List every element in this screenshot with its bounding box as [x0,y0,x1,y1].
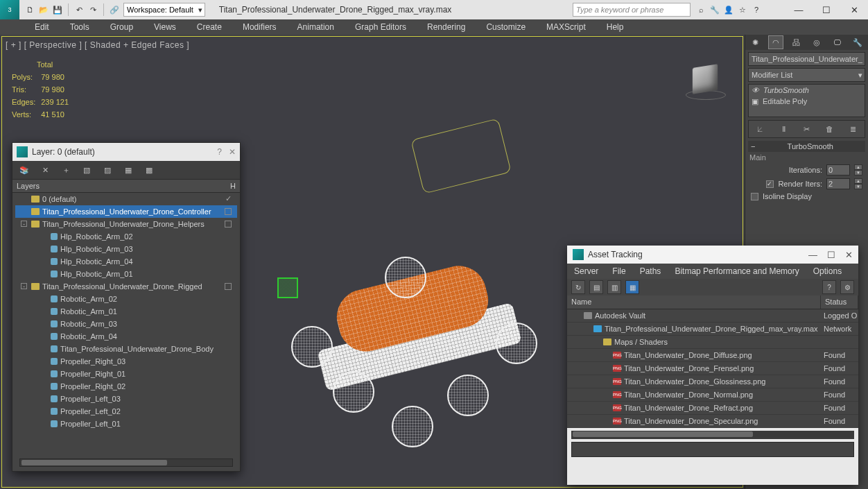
menu-modifiers[interactable]: Modifiers [243,22,277,32]
menu-rendering[interactable]: Rendering [427,22,465,32]
menu-animation[interactable]: Animation [297,22,334,32]
pin-stack-icon[interactable]: ⟀ [754,123,767,135]
asset-view2-icon[interactable]: ▥ [607,280,621,294]
search-input[interactable]: Type a keyword or phrase [573,3,691,17]
menu-customize[interactable]: Customize [486,22,526,32]
freeze-layer-icon[interactable]: ▩ [143,164,155,176]
window-close[interactable]: ✕ [840,1,868,18]
asset-menu-paths[interactable]: Paths [640,266,661,276]
modifier-stack[interactable]: 👁TurboSmooth▣Editable Poly [748,84,865,117]
drone-model[interactable] [291,257,548,451]
asset-window-titlebar[interactable]: Asset Tracking — ☐ ✕ [567,246,858,264]
modifier-turbosmooth[interactable]: 👁TurboSmooth [749,85,865,96]
layer-window-titlebar[interactable]: Layer: 0 (default) ? ✕ [12,143,240,161]
viewcube[interactable] [686,62,724,101]
asset-window-minimize[interactable]: — [808,250,817,260]
search-icon[interactable]: ⌕ [695,3,707,16]
asset-menu-bitmap-performance-and-memory[interactable]: Bitmap Performance and Memory [675,266,799,276]
hierarchy-tab-icon[interactable]: 品 [789,35,804,49]
object-row[interactable]: Titan_Professional_Underwater_Drone_Body [15,343,237,355]
new-file-icon[interactable]: 🗋 [24,3,36,16]
display-tab-icon[interactable]: 🖵 [830,35,845,49]
star-icon[interactable]: ☆ [736,3,749,16]
asset-window-maximize[interactable]: ☐ [827,250,835,260]
menu-graph-editors[interactable]: Graph Editors [355,22,406,32]
object-row[interactable]: Hlp_Robotic_Arm_02 [15,230,237,243]
menu-edit[interactable]: Edit [35,22,49,32]
render-iters-checkbox[interactable] [766,180,774,188]
layer-window[interactable]: Layer: 0 (default) ? ✕ 📚 ✕ ＋ ▧ ▨ ▦ ▩ Lay… [12,142,241,472]
object-row[interactable]: Propeller_Left_02 [15,405,237,418]
window-maximize[interactable]: ☐ [813,1,840,18]
rollout-header[interactable]: −TurboSmooth [748,141,865,152]
delete-layer-icon[interactable]: ✕ [39,164,51,176]
layer-window-help-icon[interactable]: ? [217,147,222,157]
asset-grid-body[interactable]: Autodesk VaultLogged OTitan_Professional… [567,309,858,428]
iterations-spinner[interactable]: ▲▼ [854,164,862,175]
menu-views[interactable]: Views [154,22,176,32]
asset-row[interactable]: PNGTitan_Underwater_Drone_Refract.pngFou… [567,402,858,415]
asset-status-bar[interactable] [571,442,854,457]
object-name-field[interactable]: Titan_Professional_Underwater_ [748,52,865,66]
render-iters-spinner[interactable]: ▲▼ [854,178,862,189]
asset-row[interactable]: PNGTitan_Underwater_Drone_Normal.pngFoun… [567,388,858,402]
layer-tree[interactable]: 0 (default)✓Titan_Professional_Underwate… [15,193,237,456]
layer-row[interactable]: -Titan_Professional_Underwater_Drone_Hel… [15,218,237,230]
object-row[interactable]: Hlp_Robotic_Arm_01 [15,268,237,280]
create-tab-icon[interactable]: ✺ [748,35,763,49]
object-row[interactable]: Robotic_Arm_04 [15,330,237,343]
asset-row[interactable]: Autodesk VaultLogged O [567,309,858,323]
object-row[interactable]: Robotic_Arm_02 [15,293,237,305]
new-layer-icon[interactable]: 📚 [18,164,31,176]
iterations-input[interactable] [826,164,850,175]
redo-icon[interactable]: ↷ [87,3,99,16]
layer-row[interactable]: -Titan_Professional_Underwater_Drone_Rig… [15,280,237,293]
menu-group[interactable]: Group [110,22,133,32]
menu-tools[interactable]: Tools [70,22,89,32]
tool-icon-1[interactable]: 🔧 [709,3,721,16]
asset-row[interactable]: Maps / Shaders [567,336,858,349]
asset-settings-icon[interactable]: ⚙ [840,280,854,294]
object-row[interactable]: Hlp_Robotic_Arm_04 [15,255,237,268]
object-row[interactable]: Robotic_Arm_01 [15,305,237,318]
modifier-list-select[interactable]: Modifier List [748,68,865,82]
object-row[interactable]: Robotic_Arm_03 [15,318,237,330]
object-row[interactable]: Hlp_Robotic_Arm_03 [15,243,237,255]
open-file-icon[interactable]: 📂 [37,3,50,16]
workspace-select[interactable]: Workspace: Default [123,3,205,17]
asset-scrollbar[interactable] [571,431,854,439]
modifier-editable-poly[interactable]: ▣Editable Poly [749,96,865,107]
utilities-tab-icon[interactable]: 🔧 [850,35,865,49]
asset-menu-options[interactable]: Options [813,266,842,276]
layer-row[interactable]: Titan_Professional_Underwater_Drone_Cont… [15,205,237,218]
object-row[interactable]: Propeller_Right_03 [15,355,237,368]
object-row[interactable]: Propeller_Right_01 [15,368,237,380]
menu-help[interactable]: Help [607,22,624,32]
asset-row[interactable]: PNGTitan_Underwater_Drone_Specular.pngFo… [567,415,858,428]
viewport-label[interactable]: [ + ] [ Perspective ] [ Shaded + Edged F… [6,40,189,50]
modify-tab-icon[interactable]: ◠ [768,35,783,49]
help-icon[interactable]: ? [750,3,763,16]
layer-column-header[interactable]: LayersH [12,179,240,193]
undo-icon[interactable]: ↶ [73,3,85,16]
asset-window-close[interactable]: ✕ [845,250,853,260]
asset-help-icon[interactable]: ? [822,280,836,294]
isoline-checkbox[interactable] [751,193,758,200]
render-iters-input[interactable] [826,178,850,189]
object-row[interactable]: Propeller_Left_01 [15,418,237,430]
make-unique-icon[interactable]: ✂ [800,123,813,135]
asset-row[interactable]: PNGTitan_Underwater_Drone_Glossiness.png… [567,375,858,388]
menu-create[interactable]: Create [197,22,222,32]
menu-maxscript[interactable]: MAXScript [546,22,586,32]
asset-row[interactable]: Titan_Professional_Underwater_Drone_Rigg… [567,323,858,336]
link-icon[interactable]: 🔗 [108,3,121,16]
window-minimize[interactable]: — [785,1,813,18]
remove-mod-icon[interactable]: 🗑 [824,123,836,135]
asset-view1-icon[interactable]: ▤ [589,280,603,294]
user-icon[interactable]: 👤 [722,3,735,16]
hide-layer-icon[interactable]: ▦ [122,164,134,176]
asset-grid-header[interactable]: Name Status [567,295,858,309]
object-row[interactable]: Propeller_Left_03 [15,393,237,405]
asset-menu-server[interactable]: Server [574,266,598,276]
highlight-layer-icon[interactable]: ▨ [101,164,114,176]
